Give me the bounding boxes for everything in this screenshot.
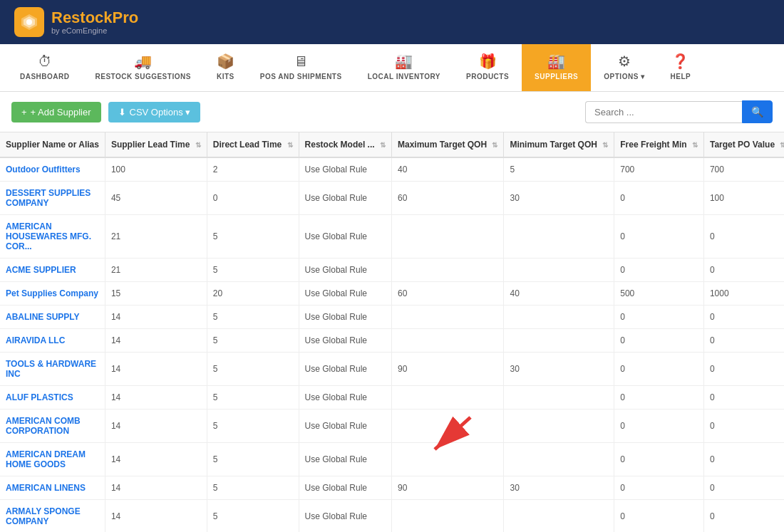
cell-max_qoh — [391, 410, 503, 443]
col-target-po[interactable]: Target PO Value ⇅ — [703, 132, 784, 157]
col-supplier-name[interactable]: Supplier Name or Alias — [0, 132, 105, 157]
nav-pos[interactable]: 🖥 POS AND SHIPMENTS — [247, 45, 355, 91]
supplier-name-link[interactable]: AMERICAN LINENS — [6, 483, 86, 493]
cell-target_po: 0 — [703, 259, 784, 282]
col-max-qoh[interactable]: Maximum Target QOH ⇅ — [391, 132, 503, 157]
nav-suppliers-label: SUPPLIERS — [535, 73, 578, 80]
col-min-qoh[interactable]: Minimum Target QOH ⇅ — [504, 132, 614, 157]
supplier-name-link[interactable]: TOOLS & HARDWARE INC — [6, 359, 96, 379]
add-supplier-button[interactable]: + + Add Supplier — [11, 102, 101, 122]
cell-direct_lead: 5 — [207, 476, 299, 500]
cell-min_qoh — [504, 329, 614, 353]
nav-local-inventory[interactable]: 🏭 LOCAL INVENTORY — [355, 44, 453, 91]
col-direct-lead[interactable]: Direct Lead Time ⇅ — [207, 132, 299, 157]
search-input[interactable] — [585, 101, 742, 123]
nav-restock[interactable]: 🚚 RESTOCK SUGGESTIONS — [83, 44, 204, 91]
cell-restock_model: Use Global Rule — [299, 353, 391, 386]
supplier-name-cell: ALUF PLASTICS — [0, 386, 105, 410]
nav-products[interactable]: 🎁 PRODUCTS — [453, 44, 522, 91]
cell-min_qoh — [504, 306, 614, 329]
csv-options-button[interactable]: ⬇ CSV Options ▾ — [108, 102, 201, 122]
cell-max_qoh: 60 — [391, 182, 503, 215]
cell-target_po: 0 — [703, 386, 784, 410]
add-supplier-label: + Add Supplier — [31, 107, 91, 118]
supplier-name-link[interactable]: Pet Supplies Company — [6, 288, 98, 298]
cell-max_qoh — [391, 443, 503, 476]
cell-free_freight: 0 — [614, 443, 704, 476]
supplier-name-link[interactable]: Outdoor Outfitters — [6, 165, 81, 174]
supplier-name-link[interactable]: ACME SUPPLIER — [6, 265, 76, 275]
nav-suppliers[interactable]: 🏭 SUPPLIERS — [522, 44, 591, 91]
logo-area: RestockPro by eComEngine — [14, 7, 138, 37]
cell-direct_lead: 5 — [207, 215, 299, 259]
table-row: ACME SUPPLIER215Use Global Rule00Use Glo… — [0, 259, 784, 282]
cell-lead_time: 14 — [105, 410, 207, 443]
cell-restock_model: Use Global Rule — [299, 182, 391, 215]
table-body: Outdoor Outfitters1002Use Global Rule405… — [0, 157, 784, 532]
logo-subtitle: by eComEngine — [51, 26, 138, 35]
supplier-name-cell: AMERICAN DREAM HOME GOODS — [0, 443, 105, 476]
cell-restock_model: Use Global Rule — [299, 306, 391, 329]
table-row: AMERICAN COMB CORPORATION145Use Global R… — [0, 410, 784, 443]
cell-target_po: 700 — [703, 157, 784, 182]
cell-min_qoh — [504, 443, 614, 476]
supplier-name-link[interactable]: AMERICAN DREAM HOME GOODS — [6, 449, 86, 469]
svg-point-2 — [26, 19, 32, 25]
col-restock-model[interactable]: Restock Model ... ⇅ — [299, 132, 391, 157]
cell-min_qoh — [504, 410, 614, 443]
nav-dashboard[interactable]: ⏱ DASHBOARD — [7, 45, 83, 91]
nav-options[interactable]: ⚙ OPTIONS ▾ — [591, 44, 657, 91]
cell-free_freight: 0 — [614, 500, 704, 533]
col-lead-time[interactable]: Supplier Lead Time ⇅ — [105, 132, 207, 157]
supplier-name-link[interactable]: AIRAVIDA LLC — [6, 335, 65, 345]
cell-max_qoh — [391, 215, 503, 259]
options-icon: ⚙ — [618, 53, 631, 70]
search-area: 🔍 — [585, 100, 773, 123]
supplier-name-cell: Outdoor Outfitters — [0, 157, 105, 182]
secondary-navigation: ⏱ DASHBOARD 🚚 RESTOCK SUGGESTIONS 📦 KITS… — [0, 44, 784, 92]
supplier-name-link[interactable]: ARMALY SPONGE COMPANY — [6, 506, 81, 526]
col-free-freight[interactable]: Free Freight Min ⇅ — [614, 132, 704, 157]
cell-restock_model: Use Global Rule — [299, 157, 391, 182]
cell-target_po: 0 — [703, 353, 784, 386]
supplier-name-link[interactable]: DESSERT SUPPLIES COMPANY — [6, 188, 91, 208]
cell-lead_time: 100 — [105, 157, 207, 182]
cell-min_qoh — [504, 215, 614, 259]
table-row: Outdoor Outfitters1002Use Global Rule405… — [0, 157, 784, 182]
logo-pro: Pro — [113, 9, 139, 26]
search-button[interactable]: 🔍 — [742, 100, 773, 123]
cell-free_freight: 0 — [614, 182, 704, 215]
supplier-name-cell: AMERICAN COMB CORPORATION — [0, 410, 105, 443]
table-row: ARMALY SPONGE COMPANY145Use Global Rule0… — [0, 500, 784, 533]
nav-kits[interactable]: 📦 KITS — [204, 44, 247, 91]
nav-help[interactable]: ❓ HELP — [658, 44, 704, 91]
supplier-name-link[interactable]: ABALINE SUPPLY — [6, 312, 80, 322]
cell-min_qoh — [504, 259, 614, 282]
cell-lead_time: 14 — [105, 386, 207, 410]
table-row: DESSERT SUPPLIES COMPANY450Use Global Ru… — [0, 182, 784, 215]
cell-free_freight: 700 — [614, 157, 704, 182]
supplier-name-cell: TOOLS & HARDWARE INC — [0, 353, 105, 386]
cell-direct_lead: 5 — [207, 353, 299, 386]
cell-direct_lead: 5 — [207, 500, 299, 533]
cell-direct_lead: 0 — [207, 182, 299, 215]
logo-icon — [14, 7, 44, 37]
sort-icon-4: ⇅ — [492, 141, 497, 149]
cell-max_qoh: 90 — [391, 476, 503, 500]
cell-free_freight: 0 — [614, 215, 704, 259]
cell-target_po: 0 — [703, 476, 784, 500]
table-row: AMERICAN HOUSEWARES MFG. COR...215Use Gl… — [0, 215, 784, 259]
cell-lead_time: 14 — [105, 306, 207, 329]
supplier-name-link[interactable]: AMERICAN COMB CORPORATION — [6, 416, 81, 436]
cell-min_qoh: 30 — [504, 476, 614, 500]
supplier-name-link[interactable]: ALUF PLASTICS — [6, 392, 73, 402]
nav-options-label: OPTIONS ▾ — [604, 73, 644, 80]
supplier-name-cell: AMERICAN LINENS — [0, 476, 105, 500]
cell-direct_lead: 5 — [207, 259, 299, 282]
cell-min_qoh: 40 — [504, 282, 614, 306]
supplier-name-cell: AMERICAN HOUSEWARES MFG. COR... — [0, 215, 105, 259]
supplier-name-cell: AIRAVIDA LLC — [0, 329, 105, 353]
col-min-qoh-label: Minimum Target QOH — [510, 140, 597, 150]
supplier-name-link[interactable]: AMERICAN HOUSEWARES MFG. COR... — [6, 221, 91, 251]
table-container: Supplier Name or Alias Supplier Lead Tim… — [0, 132, 784, 532]
